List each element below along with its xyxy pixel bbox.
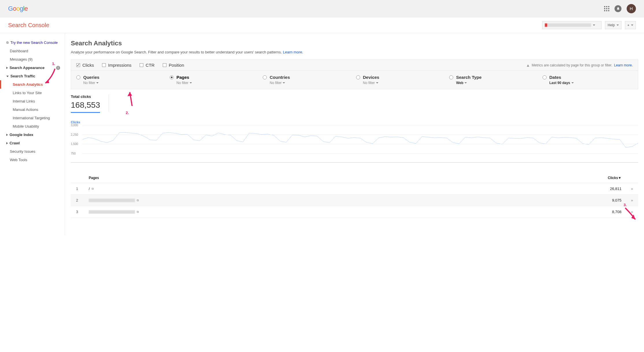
total-clicks-label: Total clicks: [71, 94, 100, 99]
gear-icon: [628, 23, 629, 27]
radio-icon: [449, 75, 453, 79]
metrics-note: ▲Metrics are calculated by page for this…: [526, 63, 633, 68]
sidebar-item-intl-targeting[interactable]: International Targeting: [2, 114, 62, 122]
main-content: Search Analytics Analyze your performanc…: [65, 33, 644, 235]
col-pages-header[interactable]: Pages: [89, 176, 587, 180]
metric-toggle-impressions[interactable]: Impressions: [102, 63, 132, 68]
chevron-down-icon: [6, 76, 9, 77]
google-logo: Google: [8, 5, 604, 12]
checkbox-icon: [76, 63, 80, 67]
radio-icon: [76, 75, 80, 79]
checkbox-icon: [163, 63, 166, 67]
dimension-dates[interactable]: DatesLast 90 days: [543, 75, 633, 85]
total-clicks-value: 168,553: [71, 100, 100, 110]
results-table: Pages Clicks▼ 1/⧉26,811»2⧉9,075»3⧉8,708»: [71, 173, 638, 218]
chevron-down-icon: [465, 82, 467, 83]
chevron-down-icon: [617, 25, 619, 26]
chevron-down-icon: [190, 82, 192, 83]
metric-toggle-ctr[interactable]: CTR: [140, 63, 155, 68]
divider: [109, 94, 109, 112]
site-selector-dropdown[interactable]: [542, 21, 602, 29]
sidebar-item-security[interactable]: Security Issues: [2, 147, 62, 156]
chevron-down-icon: [593, 25, 595, 26]
open-external-icon[interactable]: ⧉: [137, 210, 139, 214]
sidebar-group-crawl[interactable]: Crawl: [2, 139, 62, 147]
avatar[interactable]: H: [627, 4, 636, 13]
radio-icon: [170, 75, 174, 79]
annotation-1: 1.: [52, 62, 55, 66]
open-external-icon[interactable]: ⧉: [92, 187, 94, 191]
sidebar-group-google-index[interactable]: Google Index: [2, 131, 62, 139]
settings-button[interactable]: [625, 21, 636, 29]
sidebar-item-dashboard[interactable]: Dashboard: [2, 47, 62, 55]
learn-more-link[interactable]: Learn more.: [283, 50, 303, 54]
chevron-down-icon: [283, 82, 285, 83]
chart: Clicks 7501,5002,2503,000: [71, 120, 638, 163]
chevron-down-icon: [631, 25, 633, 26]
sidebar-item-web-tools[interactable]: Web Tools: [2, 156, 62, 164]
product-title: Search Console: [8, 22, 542, 29]
chart-title: Clicks: [71, 120, 638, 124]
dimension-countries[interactable]: CountriesNo filter: [263, 75, 353, 85]
row-expand-icon[interactable]: »: [621, 198, 633, 202]
chevron-right-icon: [6, 134, 8, 136]
sidebar-item-internal-links[interactable]: Internal Links: [2, 97, 62, 105]
chevron-down-icon: [571, 82, 574, 83]
sidebar-item-links-to-site[interactable]: Links to Your Site: [2, 89, 62, 97]
annotation-3: 3.: [623, 203, 627, 207]
learn-more-link[interactable]: Learn more.: [614, 63, 633, 67]
row-expand-icon[interactable]: »: [621, 210, 633, 214]
table-row[interactable]: 1/⧉26,811»: [71, 183, 638, 195]
radio-icon: [263, 75, 267, 79]
dimension-devices[interactable]: DevicesNo filter: [356, 75, 447, 85]
apps-icon[interactable]: [604, 6, 609, 11]
filter-panel: Clicks Impressions CTR Position ▲Metrics…: [71, 59, 638, 89]
sidebar-item-mobile-usability[interactable]: Mobile Usability: [2, 122, 62, 131]
try-new-link[interactable]: ⧉Try the new Search Console: [2, 38, 62, 47]
chevron-right-icon: [6, 142, 8, 144]
open-external-icon: ⧉: [6, 41, 9, 44]
annotation-2: 2.: [126, 111, 129, 115]
chevron-down-icon: [376, 82, 378, 83]
chevron-right-icon: [6, 67, 8, 69]
radio-icon: [543, 75, 547, 79]
col-clicks-header[interactable]: Clicks▼: [587, 176, 621, 180]
metric-toggle-position[interactable]: Position: [163, 63, 184, 68]
metric-toggle-clicks[interactable]: Clicks: [76, 63, 94, 68]
info-icon: i: [56, 66, 60, 70]
warning-icon: ▲: [526, 63, 530, 68]
page-description: Analyze your performance on Google Searc…: [71, 50, 638, 54]
top-header: Google H: [0, 0, 644, 17]
sidebar-item-search-analytics[interactable]: Search Analytics: [2, 80, 62, 89]
checkbox-icon: [140, 63, 143, 67]
row-expand-icon[interactable]: »: [621, 187, 633, 191]
table-header: Pages Clicks▼: [71, 173, 638, 183]
open-external-icon[interactable]: ⧉: [137, 199, 139, 202]
table-row[interactable]: 2⧉9,075»: [71, 195, 638, 206]
sidebar: ⧉Try the new Search Console Dashboard Me…: [0, 33, 65, 235]
sidebar-group-search-traffic[interactable]: Search Traffic: [2, 72, 62, 80]
sub-header: Search Console Help: [0, 17, 644, 33]
dimension-pages[interactable]: PagesNo filter: [170, 75, 260, 85]
radio-icon: [356, 75, 360, 79]
checkbox-icon: [102, 63, 106, 67]
table-row[interactable]: 3⧉8,708»: [71, 206, 638, 218]
notifications-icon[interactable]: [615, 5, 621, 12]
sidebar-item-manual-actions[interactable]: Manual Actions: [2, 105, 62, 114]
help-dropdown[interactable]: Help: [605, 21, 621, 29]
dimension-search-type[interactable]: Search TypeWeb: [449, 75, 540, 85]
chevron-down-icon: [96, 82, 99, 83]
page-title: Search Analytics: [71, 40, 638, 47]
dimension-queries[interactable]: QueriesNo filter: [76, 75, 167, 85]
totals-block: Total clicks 168,553: [71, 89, 638, 118]
